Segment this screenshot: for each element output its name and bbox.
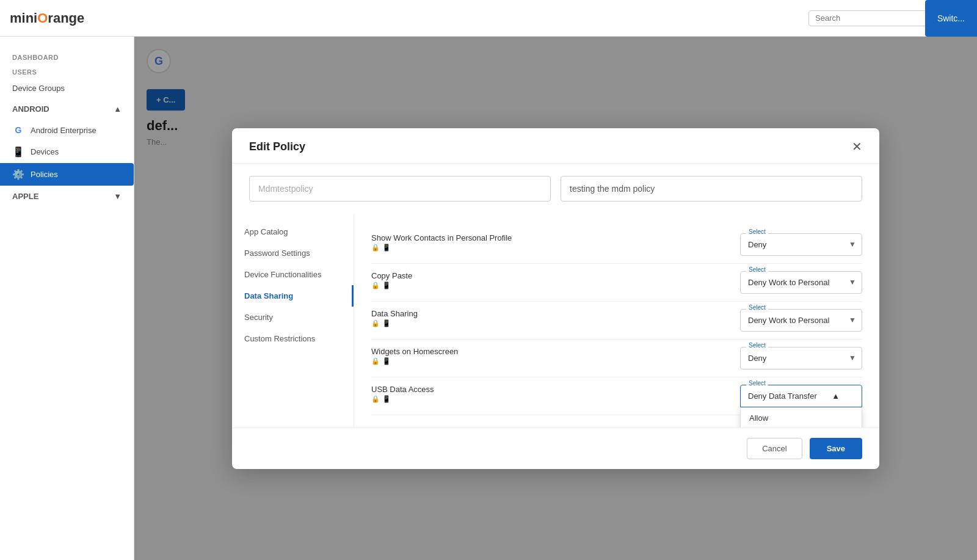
- sidebar-section-users: USERS: [0, 64, 134, 78]
- select-wrapper-widgets-homescreen: Select Allow Deny ▼: [740, 347, 862, 369]
- sidebar-item-devices[interactable]: 📱 Devices: [0, 140, 134, 163]
- policy-label: Copy Paste: [371, 271, 469, 280]
- policy-description-input[interactable]: [561, 176, 862, 202]
- nav-item-device-functionalities[interactable]: Device Functionalities: [232, 264, 354, 285]
- modal-header: Edit Policy ✕: [232, 128, 879, 164]
- modal-content-area: Show Work Contacts in Personal Profile 🔒…: [354, 214, 879, 427]
- select-label: Select: [746, 228, 768, 235]
- lock-icon: 🔒: [371, 395, 380, 403]
- select-label: Select: [746, 304, 768, 311]
- policy-icons: 🔒 📱: [371, 357, 469, 365]
- policy-row-copy-paste: Copy Paste 🔒 📱 Select Allow Deny Work to…: [371, 264, 862, 302]
- phone-icon: 📱: [382, 244, 391, 252]
- save-button[interactable]: Save: [810, 438, 862, 459]
- select-wrapper-data-sharing: Select Allow Deny Work to Personal Deny …: [740, 309, 862, 332]
- sidebar-item-policies[interactable]: ⚙️ Policies: [0, 163, 134, 186]
- policy-icons: 🔒 📱: [371, 244, 512, 252]
- modal-overlay: Edit Policy ✕ App Catalog Password Setti…: [134, 37, 977, 560]
- select-wrapper-copy-paste: Select Allow Deny Work to Personal Deny …: [740, 271, 862, 294]
- select-field-usb-data-access[interactable]: Deny Data Transfer ▲: [740, 385, 862, 407]
- select-field-show-work-contacts[interactable]: Allow Deny: [740, 233, 862, 256]
- modal-close-button[interactable]: ✕: [852, 140, 862, 153]
- chevron-up-icon: ▲: [832, 391, 840, 401]
- navbar: miniOrange 🔍 Switc...: [0, 0, 977, 37]
- selected-value: Deny Data Transfer: [748, 391, 817, 401]
- policy-icons: 🔒 📱: [371, 395, 469, 403]
- policy-row-data-sharing: Data Sharing 🔒 📱 Select Allow Deny Work …: [371, 302, 862, 340]
- lock-icon: 🔒: [371, 282, 380, 289]
- logo-text: miniOrange: [10, 10, 84, 26]
- sidebar-item-device-groups[interactable]: Device Groups: [0, 78, 134, 98]
- sidebar-item-label: Policies: [31, 170, 58, 179]
- phone-icon: 📱: [382, 357, 391, 365]
- policy-name-input[interactable]: [249, 176, 551, 202]
- dropdown-option-allow[interactable]: Allow: [741, 407, 862, 427]
- google-icon: G: [12, 125, 24, 135]
- modal-footer: Cancel Save: [232, 427, 879, 469]
- switch-button[interactable]: Switc...: [925, 0, 977, 37]
- sidebar-item-android-enterprise[interactable]: G Android Enterprise: [0, 120, 134, 140]
- sidebar-item-label: Android Enterprise: [31, 126, 96, 135]
- nav-item-custom-restrictions[interactable]: Custom Restrictions: [232, 328, 354, 349]
- nav-item-password-settings[interactable]: Password Settings: [232, 242, 354, 264]
- policy-label: Show Work Contacts in Personal Profile: [371, 233, 512, 242]
- policy-row-widgets-homescreen: Widgets on Homescreen 🔒 📱 Select Allow D…: [371, 340, 862, 377]
- policy-row-show-work-contacts: Show Work Contacts in Personal Profile 🔒…: [371, 226, 862, 264]
- policy-label: Data Sharing: [371, 309, 469, 318]
- phone-icon: 📱: [382, 282, 391, 289]
- nav-item-app-catalog[interactable]: App Catalog: [232, 221, 354, 242]
- modal-inputs: [232, 164, 879, 214]
- modal-sidebar-nav: App Catalog Password Settings Device Fun…: [232, 214, 354, 427]
- policy-row-usb-data-access: USB Data Access 🔒 📱 Select Deny Data Tra…: [371, 377, 862, 415]
- policy-icons: 🔒 📱: [371, 282, 469, 289]
- android-label: ANDROID: [12, 104, 49, 114]
- sidebar-section-android[interactable]: ANDROID ▲: [0, 98, 134, 120]
- nav-item-data-sharing[interactable]: Data Sharing: [232, 285, 354, 307]
- modal-body: App Catalog Password Settings Device Fun…: [232, 214, 879, 427]
- select-field-data-sharing[interactable]: Allow Deny Work to Personal Deny Persona…: [740, 309, 862, 332]
- sidebar-item-label: Device Groups: [12, 84, 65, 93]
- policy-label: Widgets on Homescreen: [371, 347, 469, 356]
- device-icon: 📱: [12, 146, 24, 158]
- edit-policy-modal: Edit Policy ✕ App Catalog Password Setti…: [232, 128, 879, 469]
- android-chevron-icon: ▲: [114, 104, 122, 114]
- sidebar: DASHBOARD USERS Device Groups ANDROID ▲ …: [0, 37, 134, 560]
- select-wrapper-show-work-contacts: Select Allow Deny ▼: [740, 233, 862, 256]
- apple-label: APPLE: [12, 192, 38, 201]
- sidebar-item-label: Devices: [31, 147, 59, 156]
- modal-title: Edit Policy: [249, 140, 305, 153]
- gear-icon: ⚙️: [12, 169, 24, 180]
- policy-label: USB Data Access: [371, 385, 469, 394]
- select-wrapper-usb-data-access: Select Deny Data Transfer ▲ Allow Deny F…: [740, 385, 862, 407]
- sidebar-section-dashboard: DASHBOARD: [0, 49, 134, 64]
- sidebar-section-apple[interactable]: APPLE ▼: [0, 186, 134, 207]
- select-label: Select: [746, 342, 768, 349]
- select-label: Select: [746, 380, 768, 387]
- select-field-widgets-homescreen[interactable]: Allow Deny: [740, 347, 862, 369]
- phone-icon: 📱: [382, 395, 391, 403]
- policy-icons: 🔒 📱: [371, 319, 469, 327]
- lock-icon: 🔒: [371, 244, 380, 252]
- apple-chevron-icon: ▼: [114, 192, 122, 201]
- lock-icon: 🔒: [371, 319, 380, 327]
- cancel-button[interactable]: Cancel: [747, 438, 802, 459]
- lock-icon: 🔒: [371, 357, 380, 365]
- phone-icon: 📱: [382, 319, 391, 327]
- select-label: Select: [746, 266, 768, 273]
- logo: miniOrange: [10, 10, 84, 26]
- nav-item-security[interactable]: Security: [232, 307, 354, 328]
- usb-dropdown-menu: Allow Deny File Transfer Deny Data Trans…: [740, 407, 862, 427]
- select-field-copy-paste[interactable]: Allow Deny Work to Personal Deny Persona…: [740, 271, 862, 294]
